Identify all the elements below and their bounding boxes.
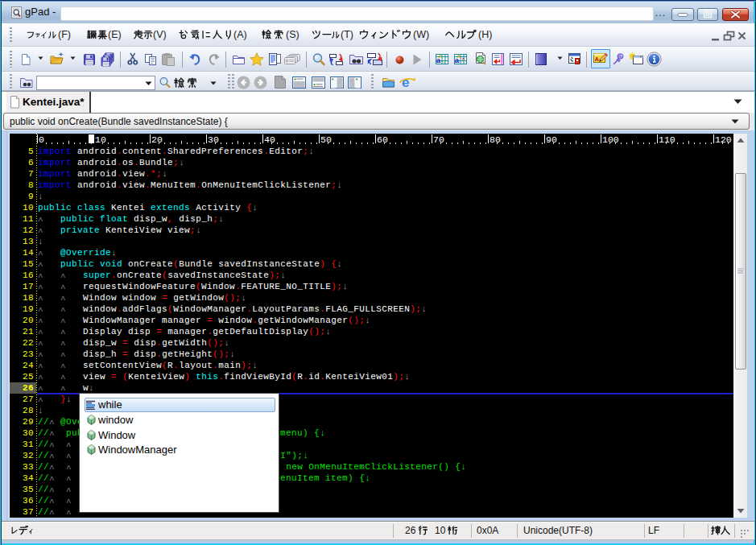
svg-text:20: 20: [151, 134, 163, 145]
svg-text:80: 80: [490, 134, 501, 145]
svg-text:0: 0: [39, 134, 44, 145]
svg-text:120: 120: [715, 134, 732, 145]
svg-text:70: 70: [433, 134, 444, 145]
svg-text:a: a: [455, 56, 460, 64]
svg-text:30: 30: [208, 134, 219, 145]
svg-text:a: a: [436, 56, 441, 64]
svg-text:90: 90: [546, 134, 557, 145]
svg-text:50: 50: [320, 134, 332, 145]
svg-text:60: 60: [377, 134, 388, 145]
svg-text:,: ,: [444, 58, 445, 64]
svg-text:10: 10: [95, 134, 106, 145]
svg-text:A: A: [595, 56, 600, 63]
svg-text:40: 40: [264, 134, 275, 145]
svg-text:100: 100: [602, 134, 619, 145]
svg-text:110: 110: [659, 134, 675, 145]
svg-text:e: e: [402, 75, 409, 90]
